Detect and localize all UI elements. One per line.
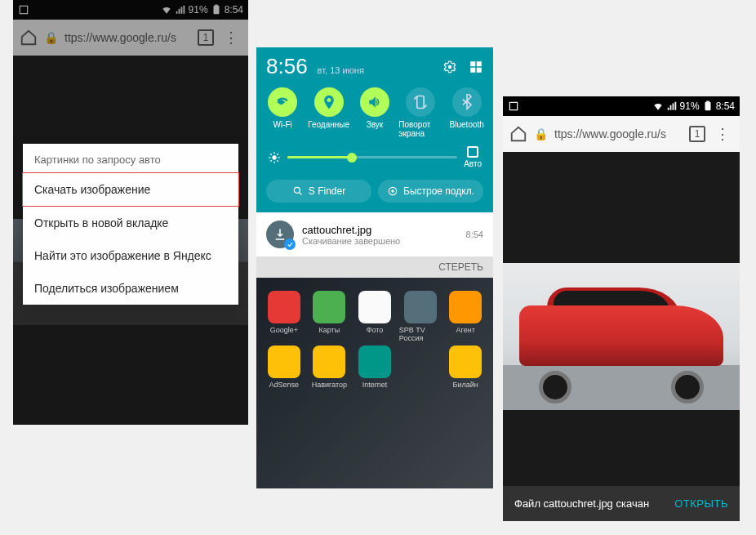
svg-point-3 xyxy=(448,65,452,69)
battery-icon xyxy=(702,100,714,112)
phone-1: 91% 8:54 🔒 ttps://www.google.ru/s 1 ⋮ Ка… xyxy=(13,0,248,425)
svg-rect-5 xyxy=(477,61,482,66)
app-photos[interactable]: Фото xyxy=(354,291,396,342)
svg-point-20 xyxy=(391,189,394,193)
toggle-bluetooth[interactable]: Bluetooth xyxy=(445,87,489,138)
app-internet[interactable]: Internet xyxy=(354,346,396,389)
clear-notifications[interactable]: СТЕРЕТЬ xyxy=(256,256,493,278)
notif-subtitle: Скачивание завершено xyxy=(302,236,458,246)
settings-icon[interactable] xyxy=(442,60,457,74)
svg-line-16 xyxy=(270,160,271,161)
download-icon xyxy=(266,221,294,248)
ctx-download-image[interactable]: Скачать изображение xyxy=(22,172,239,207)
battery-pct: 91% xyxy=(680,100,700,112)
svg-rect-24 xyxy=(706,101,709,103)
ctx-search-yandex[interactable]: Найти это изображение в Яндекс xyxy=(23,239,238,272)
url-text[interactable]: ttps://www.google.ru/s xyxy=(554,127,683,140)
brightness-row: Авто xyxy=(256,141,493,173)
svg-rect-7 xyxy=(477,67,482,72)
app-maps[interactable]: Карты xyxy=(309,291,351,342)
app-spbtv[interactable]: SPB TV Россия xyxy=(399,291,442,342)
toggle-sound[interactable]: Звук xyxy=(353,87,397,138)
wifi-icon xyxy=(652,100,664,112)
svg-rect-4 xyxy=(470,61,475,66)
download-snackbar: Файл cattouchret.jpg скачан ОТКРЫТЬ xyxy=(503,486,740,521)
app-beeline[interactable]: Билайн xyxy=(444,346,487,389)
snackbar-open-button[interactable]: ОТКРЫТЬ xyxy=(674,497,728,510)
app-adsense[interactable]: AdSense xyxy=(263,346,305,389)
signal-icon xyxy=(666,100,678,112)
tab-count[interactable]: 1 xyxy=(689,126,705,142)
home-screen: Google+ Карты Фото SPB TV Россия Агент A… xyxy=(256,278,493,488)
brightness-icon xyxy=(268,151,281,164)
download-notification[interactable]: cattouchret.jpg Скачивание завершено 8:5… xyxy=(256,212,493,256)
app-blank xyxy=(399,346,442,389)
ctx-share-image[interactable]: Поделиться изображением xyxy=(23,272,238,305)
svg-line-19 xyxy=(300,193,302,195)
clock: 8:54 xyxy=(716,100,735,112)
context-menu-header: Картинки по запросу авто xyxy=(23,144,238,172)
svg-rect-22 xyxy=(509,102,517,109)
svg-line-14 xyxy=(270,154,271,154)
lock-icon: 🔒 xyxy=(534,127,548,140)
sfinder-button[interactable]: S Finder xyxy=(266,180,371,203)
context-menu: Картинки по запросу авто Скачать изображ… xyxy=(23,144,238,305)
browser-toolbar: 🔒 ttps://www.google.ru/s 1 ⋮ xyxy=(503,116,740,152)
notif-title: cattouchret.jpg xyxy=(302,224,458,236)
image-viewer[interactable] xyxy=(503,152,740,521)
svg-rect-23 xyxy=(705,102,710,111)
ctx-open-new-tab[interactable]: Открыть в новой вкладке xyxy=(23,207,238,239)
qs-time: 8:56 xyxy=(266,54,308,79)
svg-point-18 xyxy=(294,187,300,193)
brightness-slider[interactable] xyxy=(287,156,457,158)
auto-brightness[interactable]: Авто xyxy=(464,146,482,168)
svg-line-15 xyxy=(277,160,278,161)
toggle-location[interactable]: Геоданные xyxy=(307,87,351,138)
quick-settings-panel: 8:56 вт, 13 июня Wi-Fi Геоданные Звук По… xyxy=(256,47,493,212)
screenshot-icon xyxy=(508,100,519,112)
car-image xyxy=(503,263,740,410)
svg-rect-8 xyxy=(417,96,424,109)
toggle-rotate[interactable]: Поворот экрана xyxy=(398,87,442,138)
app-navigator[interactable]: Навигатор xyxy=(309,346,351,389)
quick-connect-button[interactable]: Быстрое подкл. xyxy=(378,180,483,203)
phone-2: 8:56 вт, 13 июня Wi-Fi Геоданные Звук По… xyxy=(256,47,493,488)
more-icon[interactable]: ⋮ xyxy=(712,125,733,143)
notif-time: 8:54 xyxy=(466,230,483,239)
qs-toggle-row: Wi-Fi Геоданные Звук Поворот экрана Blue… xyxy=(256,82,493,141)
snackbar-text: Файл cattouchret.jpg скачан xyxy=(514,497,649,510)
qs-date: вт, 13 июня xyxy=(318,65,364,75)
svg-point-9 xyxy=(272,155,276,159)
app-googleplus[interactable]: Google+ xyxy=(263,291,305,342)
toggle-wifi[interactable]: Wi-Fi xyxy=(260,87,305,138)
phone-3: 91% 8:54 🔒 ttps://www.google.ru/s 1 ⋮ Фа… xyxy=(503,96,740,521)
home-icon[interactable] xyxy=(509,125,527,143)
svg-rect-6 xyxy=(470,67,475,72)
app-agent[interactable]: Агент xyxy=(444,291,487,342)
grid-icon[interactable] xyxy=(469,60,483,74)
svg-line-17 xyxy=(277,154,278,154)
status-bar: 91% 8:54 xyxy=(503,96,740,116)
